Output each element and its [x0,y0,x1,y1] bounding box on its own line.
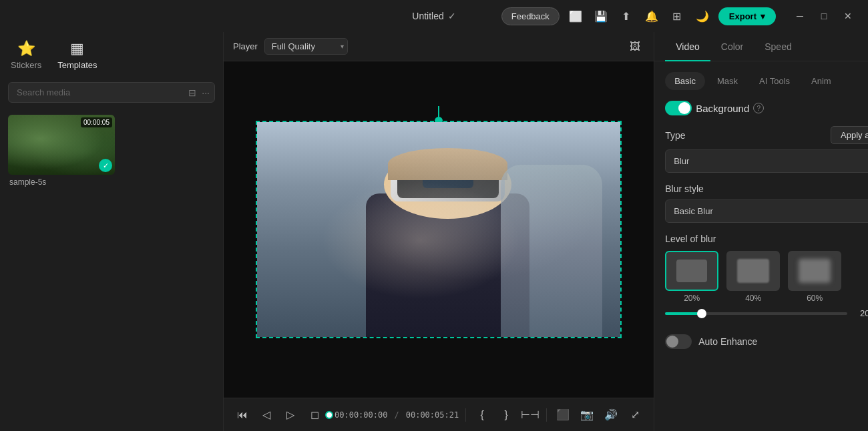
type-row: Type Apply all [665,126,868,144]
tab-stickers[interactable]: ⭐ Stickers [11,40,41,75]
blur-option-20: 20% [665,251,718,303]
blur-thumb-20[interactable] [665,251,718,291]
background-section: Background ? [665,101,868,115]
media-duration: 00:00:05 [81,117,112,127]
left-panel: ⭐ Stickers ▦ Templates ⊟ ··· 00:00:05 [0,32,224,431]
blur-option-60: 60% [788,251,841,303]
export-arrow: ▾ [761,11,765,21]
filter-icon[interactable]: ⊟ [188,87,196,98]
background-toggle[interactable] [665,101,692,115]
tab-speed[interactable]: Speed [754,32,802,61]
apply-all-button[interactable]: Apply all [831,126,868,144]
type-dropdown[interactable]: Blur Color Image [665,149,868,173]
maximize-button[interactable]: □ [815,7,833,25]
close-button[interactable]: ✕ [839,7,857,25]
frame-back-button[interactable]: ◁ [257,406,276,424]
snapshot-button[interactable]: 📷 [578,406,596,424]
search-input[interactable] [8,82,215,103]
bell-icon[interactable]: 🔔 [642,7,661,25]
volume-button[interactable]: 🔊 [602,406,620,424]
blur-slider-thumb[interactable] [697,309,706,318]
level-label: Level of blur [665,234,868,244]
mark-out-button[interactable]: } [497,406,515,424]
background-toggle-thumb [678,102,690,114]
time-separator: / [394,410,399,420]
search-icons: ⊟ ··· [188,87,210,98]
templates-label: Templates [57,60,97,70]
title-check-icon: ✓ [448,11,456,21]
blur-style-label: Blur style [665,183,868,194]
blur-slider-fill [665,312,701,315]
auto-enhance-label: Auto Enhance [698,336,868,347]
blur-options: 20% 40% 60% [665,251,868,303]
sub-tab-basic[interactable]: Basic [665,72,705,90]
stop-button[interactable]: ◻ [305,406,324,424]
image-view-icon[interactable]: 🖼 [626,37,644,56]
right-main-tabs: Video Color Speed [654,32,868,61]
right-content: Basic Mask AI Tools Anim Background ? Ty… [654,61,868,360]
blur-style-dropdown[interactable]: Basic Blur Luminous Blur Color Blur [665,199,868,223]
upload-icon[interactable]: ⬆ [617,7,636,25]
sub-tab-ai-tools[interactable]: AI Tools [750,72,799,90]
play-button[interactable]: ▷ [281,406,300,424]
blur-thumb-60[interactable] [788,251,841,291]
media-thumbnail[interactable]: 00:00:05 ✓ [8,115,115,175]
app-title: Untitled [412,11,443,21]
mark-in-button[interactable]: { [473,406,491,424]
step-back-button[interactable]: ⏮ [233,406,252,424]
templates-icon: ▦ [70,40,84,57]
blur-slider-track[interactable] [665,312,847,315]
background-label-row: Background ? [665,101,764,115]
split-button[interactable]: ⊢⊣ [521,406,539,424]
quality-select[interactable]: Full Quality Half Quality Quarter Qualit… [264,38,348,55]
sub-tab-anim[interactable]: Anim [802,72,841,90]
current-time: 00:00:00:00 [335,410,387,420]
ctrl-sep-2 [546,408,547,422]
main-layout: ⭐ Stickers ▦ Templates ⊟ ··· 00:00:05 [0,32,868,431]
more-icon[interactable]: ··· [202,87,210,98]
blur-thumb-visual-60 [799,259,831,283]
title-actions: Feedback ⬜ 💾 ⬆ 🔔 ⊞ 🌙 Export ▾ ─ □ ✕ [501,7,857,25]
fullscreen-button[interactable]: ⤢ [626,406,644,424]
tab-templates[interactable]: ▦ Templates [57,40,97,75]
video-overlay [257,122,620,337]
type-label: Type [665,130,685,141]
window-controls: ─ □ ✕ [791,7,857,25]
blur-slider-value: 20 [854,308,868,318]
auto-enhance-toggle-thumb [666,336,678,348]
minimize-button[interactable]: ─ [791,7,809,25]
resize-button[interactable]: ⬛ [554,406,572,424]
blur-pct-40: 40% [745,294,761,303]
list-item[interactable]: 00:00:05 ✓ sample-5s [8,115,215,187]
blur-thumb-40[interactable] [726,251,780,291]
video-preview [224,61,654,398]
blur-pct-60: 60% [807,294,823,303]
background-help-icon[interactable]: ? [753,103,764,113]
left-tabs: ⭐ Stickers ▦ Templates [0,32,223,75]
progress-thumb[interactable] [325,411,333,419]
sub-tab-mask[interactable]: Mask [708,72,747,90]
save-icon[interactable]: 💾 [592,7,610,25]
tab-color[interactable]: Color [710,32,754,61]
monitor-icon[interactable]: ⬜ [566,7,585,25]
media-name: sample-5s [8,175,215,187]
media-check-icon: ✓ [99,159,112,172]
export-button[interactable]: Export ▾ [718,7,776,25]
moon-icon[interactable]: 🌙 [693,7,712,25]
grid-icon[interactable]: ⊞ [668,7,686,25]
ctrl-sep-1 [465,408,466,422]
stickers-label: Stickers [11,60,41,70]
blur-thumb-visual-20 [676,260,707,282]
blur-slider-row: 20 % [665,308,868,318]
stickers-icon: ⭐ [17,40,35,57]
tab-video[interactable]: Video [665,32,710,61]
player-bar: Player Full Quality Half Quality Quarter… [224,32,654,61]
blur-style-dropdown-wrapper: Basic Blur Luminous Blur Color Blur ▾ [665,199,868,223]
media-grid: 00:00:05 ✓ sample-5s [0,109,223,192]
blur-thumb-visual-40 [737,259,769,283]
feedback-button[interactable]: Feedback [501,7,560,25]
auto-enhance-toggle[interactable] [665,334,692,349]
blur-option-40: 40% [726,251,780,303]
video-frame[interactable] [256,121,622,338]
title-center: Untitled ✓ [412,11,455,21]
